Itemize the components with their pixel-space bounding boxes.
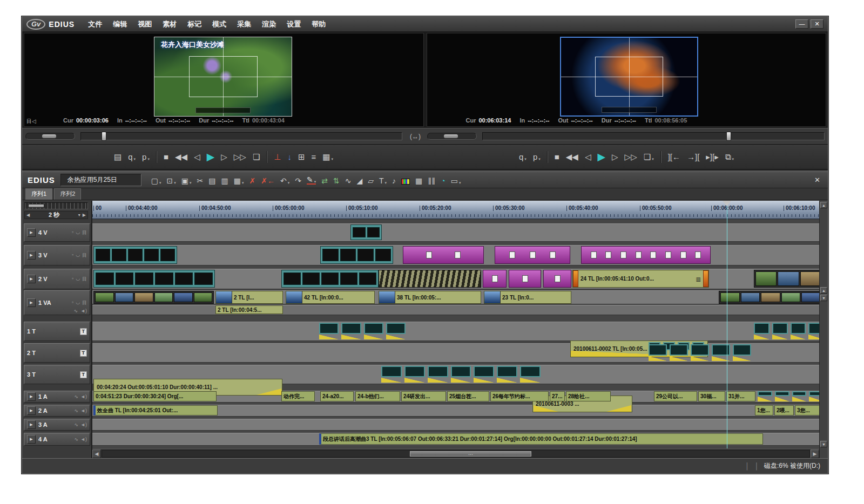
frame-back-button[interactable]: ◁: [585, 153, 591, 161]
expand-icon[interactable]: ▶: [27, 420, 36, 429]
save-project-button[interactable]: ▣▾: [181, 177, 192, 185]
menu-标记[interactable]: 标记: [183, 18, 206, 31]
zoom-slider-thumb[interactable]: [28, 204, 44, 208]
open-project-button[interactable]: ⊡▾: [167, 177, 176, 185]
title-chip[interactable]: T: [80, 350, 87, 357]
graphics-clip[interactable]: [495, 246, 570, 264]
menu-编辑[interactable]: 编辑: [108, 18, 132, 31]
trim-out-button[interactable]: →][: [687, 153, 699, 161]
audio-clip[interactable]: 28给社...: [566, 391, 611, 401]
redo-button[interactable]: ↷: [295, 177, 301, 185]
expand-icon[interactable]: ▶: [27, 228, 36, 237]
fast-forward-button[interactable]: ▷▷: [234, 153, 246, 161]
expand-icon[interactable]: ▶: [27, 406, 36, 415]
sync-mode-button[interactable]: ⇅: [333, 177, 340, 185]
speaker-icon[interactable]: ◄): [80, 437, 87, 442]
video-clip[interactable]: 2 TL [I...: [215, 291, 283, 304]
frame-back-button[interactable]: ◁: [194, 153, 200, 161]
visibility-icon[interactable]: ◡: [76, 276, 80, 283]
color-bar-button[interactable]: [401, 179, 410, 185]
play-button[interactable]: ▶: [207, 152, 215, 162]
track-header-1A[interactable]: ▶1 A∿◄): [24, 391, 90, 403]
track-header-1VA[interactable]: ▶1 VA▫◡目∿◄): [24, 290, 90, 315]
recorder-position-marker[interactable]: [726, 132, 731, 141]
insert-to-timeline-button[interactable]: ⊞: [298, 153, 305, 161]
waveform-icon[interactable]: ∿: [75, 408, 79, 413]
track-resize-down-icon[interactable]: ▼: [820, 295, 827, 301]
audio-clip[interactable]: 0:04:51:23 Dur:00:00:30:24] Org[...: [93, 391, 217, 401]
audio-clip[interactable]: 24-a20...: [320, 391, 354, 401]
waveform-icon[interactable]: ∿: [75, 394, 79, 399]
jog-thumb[interactable]: [444, 134, 458, 138]
paste-insert-button[interactable]: ▥: [221, 177, 228, 185]
lock-icon[interactable]: ▫: [72, 276, 73, 283]
swap-monitors-icon[interactable]: (↔): [408, 133, 423, 140]
lock-icon[interactable]: ▫: [72, 299, 73, 307]
visibility-icon[interactable]: ◡: [76, 299, 80, 307]
audio-clip[interactable]: 24研发出...: [401, 391, 446, 401]
export-button[interactable]: ⧉▾: [725, 153, 734, 161]
track-header-3T[interactable]: 3 TT: [24, 365, 90, 384]
scroll-up-button[interactable]: ▲: [820, 202, 827, 208]
visibility-icon[interactable]: ◡: [76, 229, 80, 236]
video-clip[interactable]: [93, 246, 177, 264]
zoom-in-button[interactable]: ▶: [83, 213, 86, 217]
recorder-monitor[interactable]: Cur00:06:03:14In--:--:--:--Out--:--:--:-…: [427, 33, 827, 127]
audio-clip[interactable]: 效全曲 TL [In:00:04:25:01 Out:...: [93, 405, 218, 416]
graphics-clip[interactable]: [581, 246, 711, 264]
lane-3A[interactable]: [92, 419, 819, 431]
transition-clip[interactable]: [379, 270, 481, 288]
source-icon[interactable]: 目: [82, 229, 87, 236]
audio-clip[interactable]: 2喂...: [774, 405, 794, 416]
frame-forward-button[interactable]: ▷: [221, 153, 227, 161]
keyframe-clip[interactable]: [758, 391, 819, 401]
speaker-icon[interactable]: ◄): [80, 422, 87, 427]
recorder-jog-slider[interactable]: [427, 133, 477, 140]
set-out-button[interactable]: p▾: [142, 153, 150, 161]
keyframe-clip[interactable]: [381, 366, 541, 383]
title-clip[interactable]: 24 TL [In:00:05:41:10 Out:0...▥: [572, 270, 709, 288]
video-clip[interactable]: [93, 270, 215, 288]
speaker-icon[interactable]: ◄): [80, 308, 87, 314]
stop-button[interactable]: ■: [555, 153, 559, 161]
clip-label[interactable]: 2 TL [In:00:04:5...: [215, 305, 283, 314]
track-header-4A[interactable]: ▶4 A∿◄): [24, 433, 90, 446]
timeline-ruler[interactable]: 0000:04:40:0000:04:50:0000:05:00:0000:05…: [92, 201, 819, 219]
menu-渲染[interactable]: 渲染: [257, 18, 281, 31]
waveform-icon[interactable]: ∿: [75, 422, 79, 427]
menu-模式[interactable]: 模式: [207, 18, 231, 31]
new-sequence-button[interactable]: ▢▾: [151, 177, 161, 185]
audio-mixer-button[interactable]: ∥∥: [428, 177, 435, 185]
set-in-button[interactable]: q▾: [128, 153, 136, 161]
audio-clip[interactable]: 24-b他们...: [355, 391, 400, 401]
audio-clip[interactable]: 段总讲话后高潮曲3 TL [In:00:05:06:07 Out:00:06:3…: [319, 433, 763, 445]
graphics-clip[interactable]: [543, 270, 571, 288]
project-name[interactable]: 余热应用5月25日: [60, 174, 141, 186]
audio-clip[interactable]: 1您...: [755, 405, 773, 416]
menu-设置[interactable]: 设置: [282, 18, 306, 31]
video-clip[interactable]: 42 TL [In:00:0...: [286, 291, 375, 304]
play-button[interactable]: ▶: [597, 152, 605, 162]
audio-clip[interactable]: 27...: [550, 391, 565, 401]
scroll-right-button[interactable]: ▶: [811, 449, 819, 458]
audio-clip[interactable]: 31并...: [726, 391, 755, 401]
lane-4V[interactable]: [92, 223, 819, 242]
player-jog-slider[interactable]: [25, 133, 75, 140]
volume-line-button[interactable]: ∿: [345, 177, 352, 185]
voiceover-mic-button[interactable]: ♪: [392, 177, 396, 185]
set-out-button[interactable]: p▾: [533, 153, 541, 161]
fade-button[interactable]: ◢: [356, 177, 362, 185]
track-header-2V[interactable]: ▶2 V▫◡目: [24, 269, 90, 289]
grid-view-button[interactable]: ▦: [415, 177, 422, 185]
add-marker-blue-button[interactable]: ↓: [287, 153, 292, 161]
scrollbar-thumb[interactable]: ⋯: [410, 451, 531, 457]
source-icon[interactable]: 目: [82, 276, 87, 283]
audio-clip[interactable]: 29公司以...: [654, 391, 697, 401]
clip-list-button[interactable]: ≡: [311, 153, 316, 161]
title-button[interactable]: T▾: [379, 177, 387, 185]
paste-button[interactable]: ▦▾: [234, 177, 244, 185]
video-thumbnail-clip[interactable]: [719, 291, 819, 304]
cut-button[interactable]: ✂: [197, 177, 204, 185]
monitor-layout-button[interactable]: ▦▾: [322, 153, 333, 161]
sync-point-button[interactable]: ◔: [441, 177, 445, 185]
